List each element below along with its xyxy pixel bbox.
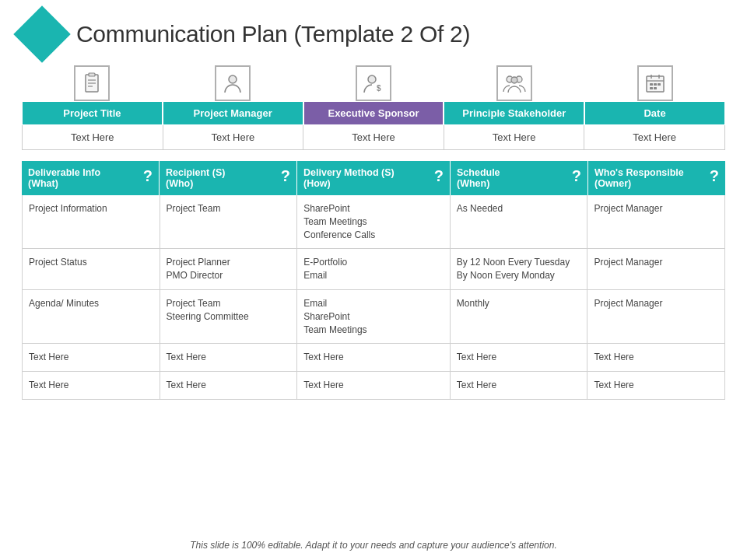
cell-owner: Project Manager (587, 290, 725, 343)
cell-when: As Needed (451, 195, 588, 248)
owner-question-icon: ? (710, 167, 719, 185)
page-title: Communication Plan (Template 2 Of 2) (76, 21, 470, 47)
svg-rect-19 (654, 87, 657, 89)
when-question-icon: ? (572, 167, 581, 185)
top-data-date: Text Here (584, 125, 725, 149)
cell-who: Project Team (160, 195, 298, 248)
cell-who: Project TeamSteering Committee (160, 290, 298, 343)
cell-what: Agenda/ Minutes (22, 290, 160, 343)
calendar-icon (637, 65, 673, 101)
svg-point-5 (229, 75, 237, 83)
clipboard-icon (74, 65, 110, 101)
svg-point-10 (511, 77, 517, 83)
main-header-how: Delivery Method (S)(How) ? (297, 161, 451, 195)
cell-owner: Text Here (587, 372, 725, 399)
top-header-stakeholder: Principle Stakeholder (444, 101, 584, 125)
top-info-table: $ (22, 65, 725, 150)
cell-when: By 12 Noon Every TuesdayBy Noon Every Mo… (451, 249, 588, 289)
header: Communication Plan (Template 2 Of 2) (22, 14, 725, 54)
svg-rect-17 (658, 83, 661, 86)
col-date-icon (584, 65, 725, 101)
table-row: Project StatusProject PlannerPMO Directo… (22, 249, 725, 290)
top-data-row: Text Here Text Here Text Here Text Here … (22, 125, 725, 150)
cell-owner: Project Manager (587, 195, 725, 248)
main-header-owner-label: Who's Responsible(Owner) (594, 167, 684, 189)
main-header-when: Schedule(When) ? (451, 161, 588, 195)
group-icon (496, 65, 532, 101)
main-header-what: Deliverable Info(What) ? (22, 161, 160, 195)
top-header-date: Date (584, 101, 725, 125)
table-row: Text HereText HereText HereText HereText… (22, 372, 725, 400)
top-header-project-title: Project Title (22, 101, 163, 125)
main-table-body: Project InformationProject TeamSharePoin… (22, 195, 725, 400)
cell-when: Monthly (451, 290, 588, 343)
cell-who: Text Here (160, 344, 298, 371)
svg-rect-1 (89, 73, 95, 76)
col-executive-sponsor-icon: $ (303, 65, 444, 101)
cell-how: E-PortfolioEmail (297, 249, 451, 289)
who-question-icon: ? (281, 167, 290, 185)
cell-what: Text Here (22, 344, 160, 371)
cell-what: Text Here (22, 372, 160, 399)
what-question-icon: ? (143, 167, 153, 185)
cell-how: SharePointTeam MeetingsConference Calls (297, 195, 451, 248)
cell-who: Text Here (160, 372, 298, 399)
page: Communication Plan (Template 2 Of 2) (0, 0, 747, 560)
icons-row: $ (22, 65, 725, 101)
table-row: Agenda/ MinutesProject TeamSteering Comm… (22, 290, 725, 344)
main-header-when-label: Schedule(When) (457, 167, 500, 189)
main-table: Deliverable Info(What) ? Recipient (S)(W… (22, 161, 725, 530)
main-header-who-label: Recipient (S)(Who) (166, 167, 225, 189)
footer-note: This slide is 100% editable. Adapt it to… (22, 537, 725, 551)
diamond-logo (13, 5, 71, 63)
top-data-project-manager: Text Here (163, 125, 304, 149)
top-data-executive-sponsor: Text Here (303, 125, 444, 149)
person-icon (215, 65, 251, 101)
main-header-how-label: Delivery Method (S)(How) (303, 167, 395, 189)
cell-what: Project Information (22, 195, 160, 248)
top-data-stakeholder: Text Here (444, 125, 585, 149)
col-stakeholder-icon (444, 65, 584, 101)
top-header-row: Project Title Project Manager Executive … (22, 101, 725, 125)
cell-how: Text Here (297, 344, 451, 371)
main-header-who: Recipient (S)(Who) ? (160, 161, 297, 195)
col-project-manager-icon (163, 65, 303, 101)
person-dollar-icon: $ (356, 65, 391, 101)
top-header-executive-sponsor: Executive Sponsor (303, 101, 444, 125)
main-header-row: Deliverable Info(What) ? Recipient (S)(W… (22, 161, 725, 195)
main-header-what-label: Deliverable Info(What) (28, 167, 100, 189)
svg-rect-15 (650, 83, 653, 86)
table-row: Project InformationProject TeamSharePoin… (22, 195, 725, 249)
svg-rect-18 (650, 87, 653, 89)
col-project-title-icon (22, 65, 163, 101)
cell-how: Text Here (297, 372, 451, 399)
footer-text: This slide is 100% editable. Adapt it to… (190, 540, 556, 551)
cell-who: Project PlannerPMO Director (160, 249, 298, 289)
cell-when: Text Here (451, 344, 588, 371)
cell-what: Project Status (22, 249, 160, 289)
how-question-icon: ? (434, 167, 444, 185)
cell-owner: Project Manager (587, 249, 725, 289)
cell-owner: Text Here (587, 344, 725, 371)
cell-when: Text Here (451, 372, 588, 399)
table-row: Text HereText HereText HereText HereText… (22, 344, 725, 372)
svg-rect-16 (654, 83, 657, 86)
svg-text:$: $ (377, 84, 381, 93)
main-header-owner: Who's Responsible(Owner) ? (588, 161, 725, 195)
svg-point-6 (368, 75, 376, 83)
top-header-project-manager: Project Manager (163, 101, 303, 125)
top-data-project-title: Text Here (22, 125, 163, 149)
cell-how: EmailSharePointTeam Meetings (297, 290, 451, 343)
